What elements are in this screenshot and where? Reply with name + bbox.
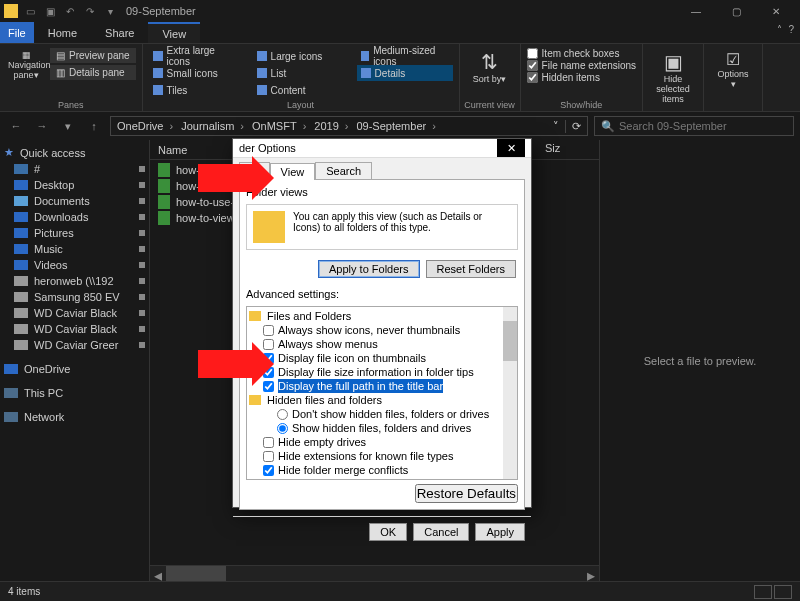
- nav-back-button[interactable]: ←: [6, 116, 26, 136]
- nav-up-button[interactable]: ↑: [84, 116, 104, 136]
- preview-message: Select a file to preview.: [644, 355, 757, 367]
- reset-folders-button[interactable]: Reset Folders: [426, 260, 516, 278]
- sidebar-item[interactable]: Videos: [0, 257, 149, 273]
- apply-button[interactable]: Apply: [475, 523, 525, 541]
- tree-always-icons[interactable]: Always show icons, never thumbnails: [249, 323, 515, 337]
- search-icon: 🔍: [601, 120, 615, 133]
- sidebar-item[interactable]: Samsung 850 EV: [0, 289, 149, 305]
- apply-to-folders-button[interactable]: Apply to Folders: [318, 260, 419, 278]
- tree-dont-show-hidden[interactable]: Don't show hidden files, folders or driv…: [249, 407, 515, 421]
- sidebar-item[interactable]: Desktop: [0, 177, 149, 193]
- crumb[interactable]: Journalism: [175, 120, 246, 132]
- tree-hide-merge[interactable]: Hide folder merge conflicts: [249, 463, 515, 477]
- breadcrumb-dropdown-icon[interactable]: ˅: [547, 120, 565, 133]
- hscroll-left[interactable]: ◂: [150, 566, 166, 581]
- minimize-button[interactable]: —: [676, 0, 716, 22]
- file-ext-toggle[interactable]: File name extensions: [527, 60, 637, 71]
- hidden-items-toggle[interactable]: Hidden items: [527, 72, 637, 83]
- restore-defaults-button[interactable]: Restore Defaults: [415, 484, 518, 503]
- layout-details[interactable]: Details: [357, 65, 453, 81]
- sidebar-item[interactable]: Music: [0, 241, 149, 257]
- sidebar-item[interactable]: Pictures: [0, 225, 149, 241]
- ok-button[interactable]: OK: [369, 523, 407, 541]
- view-thumbs-icon[interactable]: [774, 585, 792, 599]
- dialog-tab-search[interactable]: Search: [315, 162, 372, 179]
- search-input[interactable]: 🔍Search 09-September: [594, 116, 794, 136]
- tree-hidden-files[interactable]: Hidden files and folders: [249, 393, 515, 407]
- sidebar-quick-access[interactable]: ★Quick access: [0, 144, 149, 161]
- qat-redo-icon[interactable]: ↷: [82, 3, 98, 19]
- ribbon-collapse-icon[interactable]: ˄: [777, 24, 782, 35]
- crumb[interactable]: 09-September: [350, 120, 437, 132]
- layout-list[interactable]: List: [253, 65, 349, 81]
- item-checkboxes-toggle[interactable]: Item check boxes: [527, 48, 637, 59]
- qat-undo-icon[interactable]: ↶: [62, 3, 78, 19]
- qat-dropdown-icon[interactable]: ▾: [102, 3, 118, 19]
- tree-files-and-folders[interactable]: Files and Folders: [249, 309, 515, 323]
- breadcrumb[interactable]: OneDrive Journalism OnMSFT 2019 09-Septe…: [110, 116, 588, 136]
- cancel-button[interactable]: Cancel: [413, 523, 469, 541]
- advanced-settings-list[interactable]: Files and Folders Always show icons, nev…: [246, 306, 518, 480]
- sort-by-button[interactable]: ⇅Sort by▾: [466, 46, 514, 84]
- tree-always-menus[interactable]: Always show menus: [249, 337, 515, 351]
- sidebar-this-pc[interactable]: This PC: [0, 385, 149, 401]
- layout-content[interactable]: Content: [253, 82, 349, 98]
- nav-forward-button[interactable]: →: [32, 116, 52, 136]
- sidebar-item[interactable]: Documents: [0, 193, 149, 209]
- view-details-icon[interactable]: [754, 585, 772, 599]
- dialog-close-button[interactable]: ✕: [497, 139, 525, 157]
- scrollbar-thumb[interactable]: [503, 321, 517, 361]
- sidebar-item[interactable]: heronweb (\\192: [0, 273, 149, 289]
- tree-file-icon-thumb[interactable]: Display file icon on thumbnails: [249, 351, 515, 365]
- tab-share[interactable]: Share: [91, 22, 148, 43]
- sidebar-item[interactable]: WD Caviar Greer: [0, 337, 149, 353]
- sidebar-network[interactable]: Network: [0, 409, 149, 425]
- maximize-button[interactable]: ▢: [716, 0, 756, 22]
- quick-access-toolbar: ▭ ▣ ↶ ↷ ▾: [22, 3, 118, 19]
- group-label-panes: Panes: [0, 100, 142, 110]
- layout-small[interactable]: Small icons: [149, 65, 245, 81]
- tab-view[interactable]: View: [148, 22, 200, 43]
- hscroll-right[interactable]: ▸: [583, 566, 599, 581]
- tab-file[interactable]: File: [0, 22, 34, 43]
- sidebar-item[interactable]: #: [0, 161, 149, 177]
- layout-tiles[interactable]: Tiles: [149, 82, 245, 98]
- refresh-icon[interactable]: ⟳: [565, 120, 587, 133]
- tree-show-hidden[interactable]: Show hidden files, folders and drives: [249, 421, 515, 435]
- layout-medium[interactable]: Medium-sized icons: [357, 48, 453, 64]
- layout-large[interactable]: Large icons: [253, 48, 349, 64]
- group-label-currentview: Current view: [460, 100, 520, 110]
- column-size[interactable]: Siz: [545, 142, 560, 154]
- nav-recent-button[interactable]: ▾: [58, 116, 78, 136]
- dialog-titlebar: der Options ✕: [233, 139, 531, 158]
- crumb[interactable]: OneDrive: [111, 120, 175, 132]
- sidebar-item[interactable]: WD Caviar Black: [0, 321, 149, 337]
- tree-file-size-tips[interactable]: Display file size information in folder …: [249, 365, 515, 379]
- sidebar-onedrive[interactable]: OneDrive: [0, 361, 149, 377]
- crumb[interactable]: 2019: [308, 120, 350, 132]
- qat-newfolder-icon[interactable]: ▣: [42, 3, 58, 19]
- layout-extra-large[interactable]: Extra large icons: [149, 48, 245, 64]
- qat-properties-icon[interactable]: ▭: [22, 3, 38, 19]
- group-label-layout: Layout: [143, 100, 459, 110]
- tree-full-path-title[interactable]: Display the full path in the title bar: [249, 379, 515, 393]
- titlebar: ▭ ▣ ↶ ↷ ▾ 09-September — ▢ ✕: [0, 0, 800, 22]
- options-button[interactable]: ☑Options▾: [710, 46, 756, 89]
- dialog-tab-view[interactable]: View: [270, 163, 316, 180]
- crumb[interactable]: OnMSFT: [246, 120, 308, 132]
- folder-views-icon: [253, 211, 285, 243]
- window-title: 09-September: [126, 5, 196, 17]
- ribbon-help-icon[interactable]: ?: [788, 24, 794, 35]
- details-pane-button[interactable]: ▥ Details pane: [50, 65, 136, 80]
- sidebar-item[interactable]: WD Caviar Black: [0, 305, 149, 321]
- tree-hide-ext[interactable]: Hide extensions for known file types: [249, 449, 515, 463]
- hide-selected-button[interactable]: ▣Hide selected items: [649, 46, 697, 104]
- sidebar-item[interactable]: Downloads: [0, 209, 149, 225]
- hscroll-thumb[interactable]: [166, 566, 226, 581]
- advanced-scrollbar[interactable]: [503, 307, 517, 479]
- preview-pane-button[interactable]: ▤ Preview pane: [50, 48, 136, 63]
- navigation-pane-button[interactable]: ▦Navigation pane▾: [6, 48, 46, 82]
- tree-hide-empty[interactable]: Hide empty drives: [249, 435, 515, 449]
- tab-home[interactable]: Home: [34, 22, 91, 43]
- close-button[interactable]: ✕: [756, 0, 796, 22]
